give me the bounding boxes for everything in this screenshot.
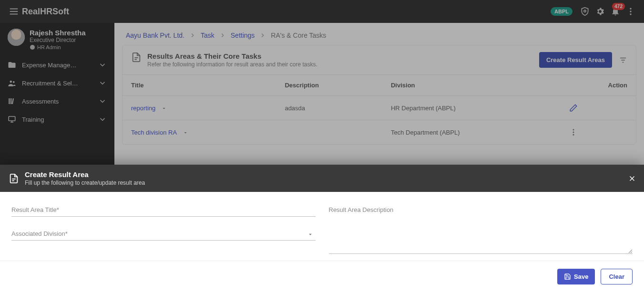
caret-down-icon xyxy=(307,231,314,238)
create-result-area-modal: Create Result Area Fill up the following… xyxy=(0,165,644,295)
save-icon xyxy=(564,273,571,280)
associated-division-select[interactable] xyxy=(11,230,316,241)
modal-subtitle: Fill up the following to create/update r… xyxy=(25,179,145,186)
document-icon xyxy=(9,173,19,184)
result-area-title-field: Result Area Title* xyxy=(11,206,316,217)
clear-button[interactable]: Clear xyxy=(601,269,633,284)
modal-close-button[interactable] xyxy=(628,174,636,183)
dropdown-caret[interactable] xyxy=(307,231,314,238)
associated-division-field: Associated Division* xyxy=(11,230,316,241)
modal-title: Create Result Area xyxy=(25,170,145,179)
save-button[interactable]: Save xyxy=(557,269,595,284)
close-icon xyxy=(628,174,636,183)
result-area-description-field: Result Area Description xyxy=(329,206,633,256)
result-area-title-input[interactable] xyxy=(11,206,316,217)
result-area-description-input[interactable] xyxy=(329,206,633,254)
